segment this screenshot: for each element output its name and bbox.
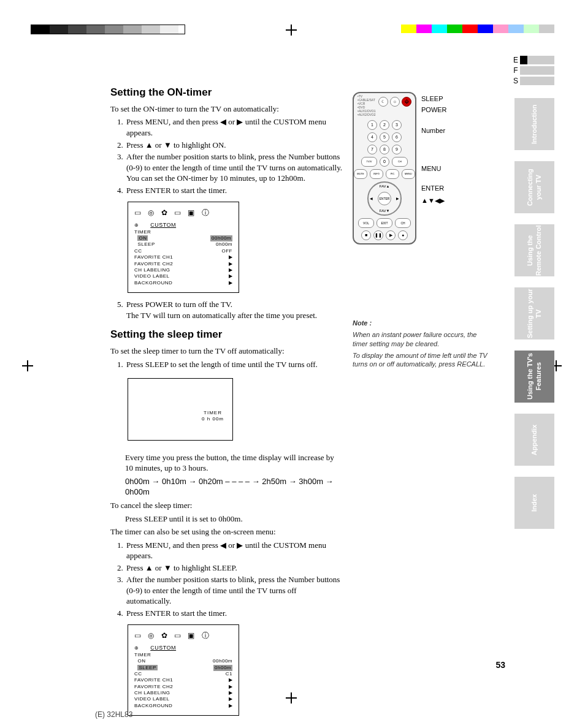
osd-icon-row: ▭ ◎ ✿ ▭ ▣ ⓘ <box>134 631 232 641</box>
step: After the number position starts to blin… <box>125 574 343 607</box>
step: Press ENTER to start the timer. <box>125 185 343 196</box>
sleep-also: The timer can also be set using the on-s… <box>110 526 343 537</box>
grayscale-bar <box>31 25 185 34</box>
footer-code: (E) 32HL83 <box>95 710 132 719</box>
color-bar <box>401 25 554 33</box>
osd-title: CUSTOM <box>150 222 176 228</box>
language-block: E F S <box>511 55 554 87</box>
steps-on-timer-cont: Press POWER to turn off the TV.The TV wi… <box>120 299 343 320</box>
lang-s: S <box>511 76 520 86</box>
tab-remote: Using the Remote Control <box>514 224 554 276</box>
heading-sleep-timer: Setting the sleep timer <box>110 328 469 342</box>
step: Press MENU, and then press ◀ or ▶ until … <box>125 540 343 561</box>
osd-row: TIMER <box>134 229 232 235</box>
cancel-body: Press SLEEP until it is set to 0h00m. <box>125 514 343 525</box>
sidebar-tabs: Introduction Connecting your TV Using th… <box>514 98 554 540</box>
steps-on-timer: Press MENU, and then press ◀ or ▶ until … <box>120 116 343 195</box>
step: Press ▲ or ▼ to highlight ON. <box>125 140 343 151</box>
crosshair-icon <box>22 360 33 371</box>
heading-on-timer: Setting the ON-timer <box>110 86 469 100</box>
tab-connecting: Connecting your TV <box>514 161 554 213</box>
tab-setup: Setting up your TV <box>514 287 554 339</box>
sleep-after: Every time you press the button, the tim… <box>125 452 343 474</box>
step: Press ▲ or ▼ to highlight SLEEP. <box>125 563 343 574</box>
cancel-head: To cancel the sleep timer: <box>110 500 343 511</box>
osd-custom-on: ▭ ◎ ✿ ▭ ▣ ⓘ ⊕ CUSTOM TIMER ON00h00m SLEE… <box>128 202 239 293</box>
osd-title: CUSTOM <box>150 645 176 651</box>
lang-f: F <box>511 66 520 75</box>
step: Press ENTER to start the timer. <box>125 608 343 619</box>
lead-sleep-timer: To set the sleep timer to turn the TV of… <box>110 346 343 357</box>
osd-custom-sleep: ▭ ◎ ✿ ▭ ▣ ⓘ ⊕ CUSTOM TIMER ON00h00m SLEE… <box>128 624 239 716</box>
tab-features: Using the TV's Features <box>514 351 554 403</box>
steps-sleep-osd: Press MENU, and then press ◀ or ▶ until … <box>120 540 343 619</box>
lang-e: E <box>511 55 520 65</box>
page-number: 53 <box>495 659 505 671</box>
main-content: Setting the ON-timer To set the ON-timer… <box>110 78 469 719</box>
osd-icon-row: ▭ ◎ ✿ ▭ ▣ ⓘ <box>134 208 232 218</box>
steps-sleep-timer: Press SLEEP to set the length of time un… <box>120 359 343 370</box>
osd-row: TIMER <box>134 652 232 658</box>
tab-introduction: Introduction <box>514 98 554 150</box>
step: Press POWER to turn off the TV.The TV wi… <box>125 299 343 320</box>
crosshair-icon <box>286 25 297 36</box>
tab-index: Index <box>514 477 554 529</box>
page: E F S Introduction Connecting your TV Us… <box>0 0 585 728</box>
lead-on-timer: To set the ON-timer to turn the TV on au… <box>110 104 343 115</box>
step: After the number position starts to blin… <box>125 151 343 184</box>
step: Press MENU, and then press ◀ or ▶ until … <box>125 116 343 138</box>
tab-appendix: Appendix <box>514 414 554 466</box>
sleep-chain: 0h00m → 0h10m → 0h20m – – – – → 2h50m → … <box>125 476 343 498</box>
step: Press SLEEP to set the length of time un… <box>125 359 343 370</box>
osd-timer-display: TIMER0 h 00m <box>128 378 233 441</box>
